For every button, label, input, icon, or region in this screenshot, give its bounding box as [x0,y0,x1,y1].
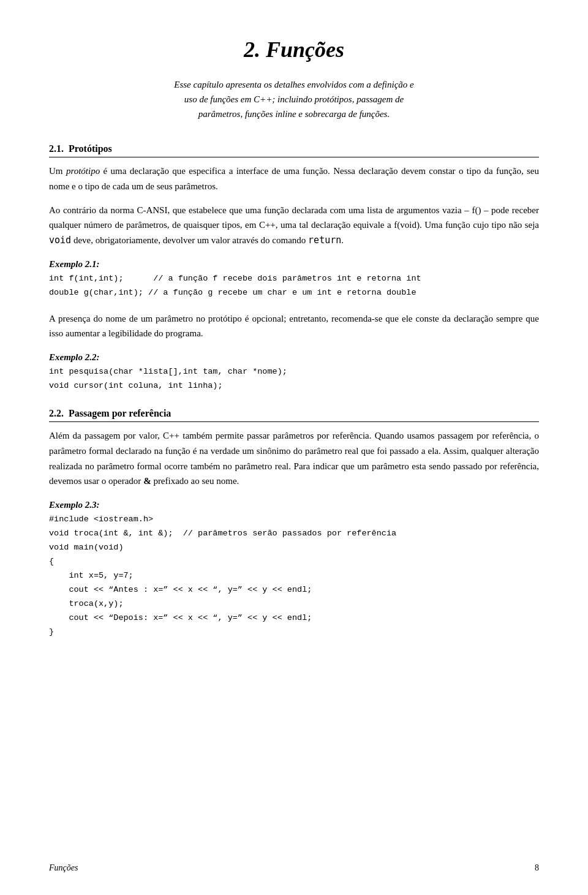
section-22-para1: Além da passagem por valor, C++ também p… [49,428,539,489]
section-22-title: Passagem por referência [69,408,171,419]
section-21-header: 2.1. Protótipos [49,143,539,157]
example-23-label: Exemplo 2.3: [49,500,539,510]
paragraph-after-21: A presença do nome de um parâmetro no pr… [49,311,539,342]
section-21-title: Protótipos [69,143,112,154]
section-21-para2: Ao contrário da norma C-ANSI, que estabe… [49,203,539,248]
page: 2. Funções Esse capítulo apresenta os de… [0,0,588,895]
chapter-subtitle: Esse capítulo apresenta os detalhes envo… [49,77,539,121]
section-22-header: 2.2. Passagem por referência [49,408,539,422]
section-21-number: 2.1. [49,143,64,154]
section-21-para1: Um protótipo é uma declaração que especi… [49,164,539,194]
chapter-title: 2. Funções [49,37,539,62]
footer-page-number: 8 [535,863,539,873]
example-23-code: #include <iostream.h> void troca(int &, … [49,513,539,639]
example-22-code: int pesquisa(char *lista[],int tam, char… [49,365,539,393]
footer-chapter: Funções [49,863,78,873]
example-21-label: Exemplo 2.1: [49,259,539,270]
page-footer: Funções 8 [49,863,539,873]
section-22-number: 2.2. [49,408,64,419]
example-21-code: int f(int,int); // a função f recebe doi… [49,272,539,300]
example-22-label: Exemplo 2.2: [49,352,539,363]
